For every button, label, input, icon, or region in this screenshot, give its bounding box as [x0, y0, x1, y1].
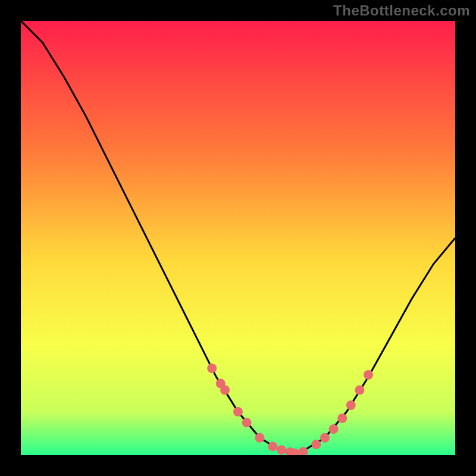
marker-dot	[311, 440, 321, 449]
marker-dot	[255, 433, 265, 443]
watermark-label: TheBottleneck.com	[333, 2, 470, 19]
marker-dot	[355, 386, 364, 395]
chart-svg	[21, 21, 455, 455]
chart-frame: TheBottleneck.com	[0, 0, 476, 476]
marker-dot	[207, 364, 217, 373]
marker-dot	[329, 424, 339, 434]
marker-dot	[346, 400, 356, 410]
marker-dot	[242, 418, 252, 427]
marker-dot	[364, 370, 373, 380]
marker-dot	[268, 441, 277, 451]
gradient-bg	[21, 21, 455, 455]
marker-dot	[233, 407, 243, 416]
marker-dot	[277, 445, 286, 455]
marker-dot	[320, 433, 330, 443]
marker-dot	[220, 386, 230, 395]
marker-dot	[337, 414, 347, 423]
plot-area	[21, 21, 455, 455]
